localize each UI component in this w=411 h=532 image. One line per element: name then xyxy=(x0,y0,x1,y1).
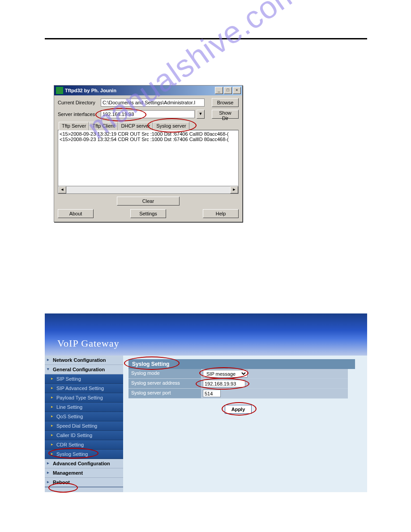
panel-title: Syslog Setting xyxy=(128,359,355,369)
nav-payload[interactable]: Payload Type Setting xyxy=(45,393,123,403)
interfaces-field[interactable] xyxy=(101,110,195,118)
browse-button[interactable]: Browse xyxy=(212,98,239,107)
settings-button[interactable]: Settings xyxy=(130,209,166,218)
mode-select[interactable]: SIP message xyxy=(203,370,248,378)
nav-management[interactable]: Management xyxy=(45,468,123,478)
log-line: <15>2008-09-23 13:32:54 CDR OUT Src :100… xyxy=(60,137,237,142)
mode-label: Syslog mode xyxy=(128,369,201,378)
port-input[interactable] xyxy=(203,390,221,397)
interfaces-dropdown-arrow[interactable]: ▼ xyxy=(197,110,205,119)
tab-tftp-client[interactable]: Tftp Client xyxy=(89,122,118,130)
nav-reboot[interactable]: Reboot xyxy=(45,478,123,487)
nav-qos[interactable]: QoS Setting xyxy=(45,412,123,421)
interfaces-label: Server interfaces xyxy=(58,112,99,117)
scroll-track[interactable] xyxy=(66,186,230,193)
voip-title: VoIP Gateway xyxy=(57,338,119,349)
showdir-button[interactable]: Show Dir xyxy=(212,110,239,119)
nav-sip-advanced[interactable]: SIP Advanced Setting xyxy=(45,384,123,393)
minimize-button[interactable]: _ xyxy=(215,87,223,94)
page-rule xyxy=(45,38,367,39)
port-label: Syslog server port xyxy=(128,389,201,398)
addr-input[interactable] xyxy=(203,380,245,387)
app-icon xyxy=(56,87,63,94)
tab-tftp-server[interactable]: Tftp Server xyxy=(59,122,89,130)
tftpd32-window: Tftpd32 by Ph. Jounin _ □ × Current Dire… xyxy=(54,85,243,222)
titlebar[interactable]: Tftpd32 by Ph. Jounin _ □ × xyxy=(54,86,242,95)
tab-syslog-server[interactable]: Syslog server xyxy=(153,122,189,130)
voip-header: VoIP Gateway xyxy=(45,313,367,356)
nav-speed-dial[interactable]: Speed Dial Setting xyxy=(45,421,123,431)
directory-label: Current Directory xyxy=(58,100,99,105)
about-button[interactable]: About xyxy=(58,209,94,218)
scroll-right-icon[interactable]: ► xyxy=(230,186,238,193)
close-button[interactable]: × xyxy=(233,87,241,94)
content-area: Syslog Setting Syslog mode SIP message S… xyxy=(123,356,367,492)
maximize-button[interactable]: □ xyxy=(224,87,232,94)
directory-field[interactable] xyxy=(101,99,205,107)
addr-label: Syslog server address xyxy=(128,379,201,388)
nav-cdr[interactable]: CDR Setting xyxy=(45,440,123,450)
scroll-left-icon[interactable]: ◄ xyxy=(58,186,66,193)
apply-button[interactable]: Apply xyxy=(225,405,252,414)
syslog-log[interactable]: <15>2008-09-23 13:32:19 CDR OUT Src :100… xyxy=(58,130,239,186)
voip-gateway-panel: VoIP Gateway Network Configuration Gener… xyxy=(45,313,367,492)
clear-button[interactable]: Clear xyxy=(117,197,180,206)
nav-advanced[interactable]: Advanced Configuration xyxy=(45,459,123,468)
nav-network[interactable]: Network Configuration xyxy=(45,356,123,365)
log-line: <15>2008-09-23 13:32:19 CDR OUT Src :100… xyxy=(60,131,237,137)
help-button[interactable]: Help xyxy=(203,209,239,218)
nav-syslog[interactable]: Syslog Setting xyxy=(45,450,123,459)
nav-line[interactable]: Line Setting xyxy=(45,403,123,412)
nav-sip-setting[interactable]: SIP Setting xyxy=(45,374,123,384)
nav-general[interactable]: General Configuration xyxy=(45,365,123,374)
nav-caller-id[interactable]: Caller ID Setting xyxy=(45,431,123,440)
log-scrollbar[interactable]: ◄ ► xyxy=(58,186,239,194)
tab-dhcp-server[interactable]: DHCP server xyxy=(118,122,154,130)
sidebar: Network Configuration General Configurat… xyxy=(45,356,123,492)
window-title: Tftpd32 by Ph. Jounin xyxy=(65,88,116,93)
